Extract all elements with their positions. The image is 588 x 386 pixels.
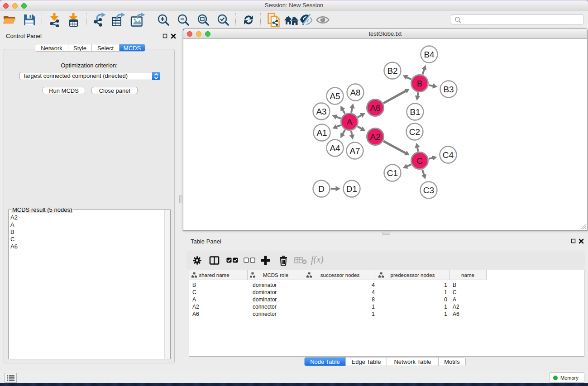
svg-text:B4: B4 xyxy=(424,50,435,59)
svg-text:A1: A1 xyxy=(316,128,327,138)
svg-text:A6: A6 xyxy=(370,103,380,113)
svg-text:D: D xyxy=(318,184,325,194)
svg-text:B1: B1 xyxy=(410,107,420,117)
svg-text:C3: C3 xyxy=(423,186,434,195)
svg-text:A3: A3 xyxy=(316,107,326,116)
svg-text:B: B xyxy=(417,79,423,88)
svg-text:A7: A7 xyxy=(349,146,360,156)
svg-text:A2: A2 xyxy=(370,132,380,142)
svg-text:A4: A4 xyxy=(330,143,340,153)
svg-text:C1: C1 xyxy=(387,168,398,178)
svg-text:A5: A5 xyxy=(330,91,340,101)
svg-text:C: C xyxy=(416,156,423,166)
svg-text:C2: C2 xyxy=(409,127,420,137)
svg-text:A8: A8 xyxy=(350,88,360,97)
svg-text:A: A xyxy=(347,117,353,127)
svg-text:C4: C4 xyxy=(443,150,454,160)
svg-text:D1: D1 xyxy=(346,184,357,194)
svg-text:B3: B3 xyxy=(443,85,454,94)
svg-text:B2: B2 xyxy=(387,66,397,76)
